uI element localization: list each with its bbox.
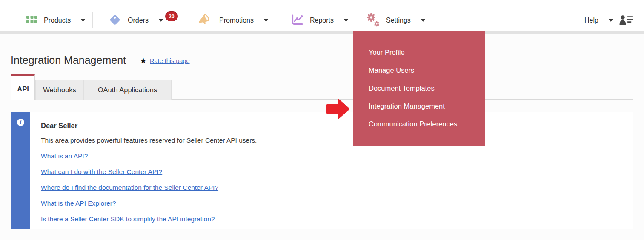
nav-separator (432, 12, 432, 28)
info-panel-heading: Dear Seller (41, 121, 622, 130)
line-chart-icon (291, 14, 303, 27)
info-panel-content: Dear Seller This area provides powerful … (30, 112, 633, 223)
gears-icon (366, 13, 380, 29)
rate-this-page-link[interactable]: Rate this page (150, 57, 190, 64)
chevron-down-icon (421, 19, 425, 22)
faq-link-what-can-i-do[interactable]: What can I do with the Seller Center API… (41, 168, 162, 175)
nav-item-promotions[interactable]: Promotions (197, 13, 268, 28)
top-nav: Products Orders 20 (0, 0, 644, 31)
faq-link-sdk[interactable]: Is there a Seller Center SDK to simplify… (41, 215, 215, 223)
nav-item-help[interactable]: Help (584, 13, 613, 28)
faq-link-api-explorer[interactable]: What is the API Explorer? (41, 200, 116, 207)
nav-item-reports[interactable]: Reports (291, 13, 348, 28)
info-panel-body: This area provides powerful features res… (41, 136, 622, 145)
menu-item-your-profile[interactable]: Your Profile (353, 43, 485, 61)
nav-label-settings: Settings (386, 17, 411, 24)
chevron-down-icon (159, 19, 163, 22)
orders-count-badge: 20 (165, 11, 178, 21)
chevron-down-icon (264, 19, 268, 22)
chevron-down-icon (344, 19, 348, 22)
info-icon: i (17, 119, 24, 126)
star-icon: ★ (140, 56, 147, 66)
nav-label-orders: Orders (128, 17, 149, 24)
chevron-down-icon (81, 19, 85, 22)
faq-link-documentation[interactable]: Where do I find the documentation for th… (41, 184, 218, 191)
nav-separator (92, 12, 93, 28)
nav-bottom-border (0, 31, 644, 34)
tab-oauth-applications[interactable]: OAuth Applications (83, 80, 172, 100)
faq-link-what-is-api[interactable]: What is an API? (41, 152, 88, 160)
page-title: Integration Management (11, 54, 126, 66)
menu-item-communication-preferences[interactable]: Communication Preferences (353, 115, 485, 133)
menu-item-integration-management[interactable]: Integration Management (353, 97, 485, 115)
chevron-down-icon (609, 19, 613, 22)
nav-label-help: Help (584, 17, 598, 24)
megaphone-icon (197, 12, 213, 29)
tab-webhooks[interactable]: Webhooks (35, 80, 84, 100)
nav-label-reports: Reports (310, 17, 334, 24)
nav-separator (275, 12, 275, 28)
tag-icon (109, 14, 121, 28)
nav-separator (183, 12, 183, 28)
red-pointer-arrow-icon (326, 97, 351, 122)
tab-api[interactable]: API (11, 74, 35, 100)
nav-separator (355, 12, 355, 28)
menu-item-manage-users[interactable]: Manage Users (353, 61, 485, 79)
nav-item-orders[interactable]: Orders (109, 13, 163, 28)
nav-label-promotions: Promotions (219, 17, 254, 24)
nav-label-products: Products (44, 17, 71, 24)
user-account-icon (619, 15, 633, 26)
settings-dropdown-menu: Your Profile Manage Users Document Templ… (353, 31, 485, 146)
info-panel: i Dear Seller This area provides powerfu… (11, 112, 633, 229)
nav-item-products[interactable]: Products (26, 13, 85, 28)
info-panel-accent-strip: i (11, 112, 30, 229)
rate-this-page: ★ Rate this page (140, 56, 190, 66)
grid-icon (26, 15, 37, 26)
menu-item-document-templates[interactable]: Document Templates (353, 79, 485, 97)
account-menu-button[interactable] (619, 13, 633, 28)
nav-item-settings[interactable]: Settings (366, 13, 425, 28)
